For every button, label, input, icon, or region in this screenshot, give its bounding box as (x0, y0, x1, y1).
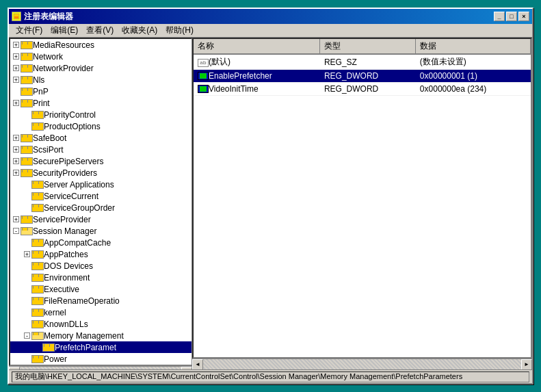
tree-item-productoptions[interactable]: ProductOptions (10, 120, 192, 132)
tree-item-network[interactable]: +Network (10, 51, 192, 62)
folder-icon-executive (31, 285, 42, 293)
tree-item-memorymgmt[interactable]: -Memory Management (10, 330, 192, 341)
tree-item-filerenameop[interactable]: FileRenameOperatio (10, 295, 192, 306)
menu-bar: 文件(F) 编辑(E) 查看(V) 收藏夹(A) 帮助(H) (9, 24, 532, 38)
expand-btn-apppatches[interactable]: + (24, 251, 30, 257)
tree-label-print: Print (33, 99, 50, 108)
expand-btn-securityproviders[interactable]: + (13, 170, 19, 176)
tree-item-sessionmanager[interactable]: -Session Manager (10, 225, 192, 237)
tree-item-dosdevices[interactable]: DOS Devices (10, 260, 192, 272)
table-row[interactable]: EnablePrefetcherREG_DWORD0x00000001 (1) (194, 70, 531, 83)
menu-edit[interactable]: 编辑(E) (47, 23, 82, 38)
tree-item-securepipeservers[interactable]: +SecurePipeServers (10, 155, 192, 167)
expand-btn-nls[interactable]: + (13, 77, 19, 83)
tree-label-securityproviders: SecurityProviders (33, 168, 97, 178)
right-scroll-track[interactable] (203, 359, 521, 370)
tree-item-servicegrouporder[interactable]: ServiceGroupOrder (10, 202, 192, 213)
cell-name-2: VideoInitTime (194, 83, 320, 96)
tree-label-serviceprovider: ServiceProvider (33, 215, 91, 224)
main-content: +MediaResources+Network+NetworkProvider+… (9, 38, 532, 369)
tree-item-scsiport[interactable]: +ScsiPort (10, 144, 192, 155)
expand-btn-memorymgmt[interactable]: - (24, 332, 30, 339)
tree-label-executive: Executive (44, 285, 79, 294)
reg-name-0: (默认) (209, 57, 230, 66)
expand-btn-network[interactable]: + (13, 53, 19, 60)
tree-panel[interactable]: +MediaResources+Network+NetworkProvider+… (9, 38, 192, 366)
cell-type-1: REG_DWORD (320, 70, 416, 83)
maximize-button[interactable]: □ (506, 12, 517, 21)
folder-icon-serviceprovider (21, 215, 31, 224)
tree-label-knowndlls: KnownDLLs (44, 319, 88, 329)
minimize-button[interactable]: _ (494, 12, 505, 21)
folder-icon-safeboot (21, 134, 31, 142)
expand-btn-media[interactable]: + (13, 42, 19, 48)
right-scroll-left[interactable]: ◄ (192, 359, 203, 370)
folder-icon-appcompatcache (31, 239, 42, 247)
table-row[interactable]: ab(默认)REG_SZ(数值未设置) (194, 54, 531, 70)
tree-label-pnp: PnP (33, 87, 49, 96)
col-type[interactable]: 类型 (320, 39, 416, 54)
cell-type-2: REG_DWORD (320, 83, 416, 96)
tree-item-securityproviders[interactable]: +SecurityProviders (10, 167, 192, 179)
tree-item-servicecurrent[interactable]: ServiceCurrent (10, 190, 192, 202)
col-name[interactable]: 名称 (194, 39, 320, 54)
table-row[interactable]: VideoInitTimeREG_DWORD0x000000ea (234) (194, 83, 531, 96)
registry-table-panel[interactable]: 名称 类型 数据 ab(默认)REG_SZ(数值未设置)EnablePrefet… (192, 38, 532, 358)
tree-item-media[interactable]: +MediaResources (10, 39, 192, 51)
expand-btn-serviceprovider[interactable]: + (13, 216, 19, 222)
tree-item-safeboot[interactable]: +SafeBoot (10, 132, 192, 144)
registry-editor-window: 注册表编辑器 _ □ × 文件(F) 编辑(E) 查看(V) 收藏夹(A) 帮助… (8, 8, 533, 384)
tree-label-safeboot: SafeBoot (33, 133, 66, 143)
folder-icon-prioritycontrol (31, 111, 42, 119)
tree-item-pnp[interactable]: PnP (10, 86, 192, 97)
table-header-row: 名称 类型 数据 (194, 39, 531, 54)
folder-icon-environment (31, 274, 42, 282)
status-text: 我的电脑\HKEY_LOCAL_MACHINE\SYSTEM\CurrentCo… (12, 371, 529, 382)
expand-btn-print[interactable]: + (13, 100, 19, 106)
expand-btn-securepipeservers[interactable]: + (13, 158, 19, 164)
tree-item-serviceprovider[interactable]: +ServiceProvider (10, 213, 192, 225)
folder-icon-prefetchparam (42, 343, 53, 352)
folder-icon-knowndlls (31, 320, 42, 328)
tree-item-power[interactable]: Power (10, 353, 192, 365)
folder-icon-apppatches (31, 250, 42, 259)
tree-label-sessionmanager: Session Manager (33, 226, 96, 236)
tree-item-apppatches[interactable]: +AppPatches (10, 248, 192, 260)
tree-label-nls: Nls (33, 75, 44, 85)
expand-btn-scsiport[interactable]: + (13, 146, 19, 153)
expand-btn-sessionmanager[interactable]: - (13, 228, 19, 234)
tree-item-executive[interactable]: Executive (10, 283, 192, 295)
menu-view[interactable]: 查看(V) (82, 23, 118, 38)
tree-item-networkprovider[interactable]: +NetworkProvider (10, 62, 192, 74)
menu-help[interactable]: 帮助(H) (161, 23, 198, 38)
tree-item-appcompatcache[interactable]: AppCompatCache (10, 237, 192, 248)
status-bar: 我的电脑\HKEY_LOCAL_MACHINE\SYSTEM\CurrentCo… (9, 369, 532, 383)
expand-btn-networkprovider[interactable]: + (13, 65, 19, 71)
cell-type-0: REG_SZ (320, 54, 416, 70)
reg-name-2: VideoInitTime (209, 84, 259, 94)
tree-label-servicegrouporder: ServiceGroupOrder (44, 203, 115, 213)
tree-item-nls[interactable]: +Nls (10, 74, 192, 86)
expand-btn-safeboot[interactable]: + (13, 135, 19, 141)
menu-file[interactable]: 文件(F) (12, 23, 47, 38)
tree-item-prefetchparam[interactable]: PrefetchParamet (10, 341, 192, 353)
menu-favorites[interactable]: 收藏夹(A) (118, 23, 161, 38)
tree-label-serverapps: Server Applications (44, 180, 114, 190)
tree-item-prioritycontrol[interactable]: PriorityControl (10, 109, 192, 120)
tree-label-kernel: kernel (44, 308, 66, 317)
tree-item-environment[interactable]: Environment (10, 272, 192, 283)
tree-label-power: Power (44, 354, 67, 364)
col-data[interactable]: 数据 (416, 39, 531, 54)
tree-item-knowndlls[interactable]: KnownDLLs (10, 318, 192, 330)
cell-data-2: 0x000000ea (234) (416, 83, 531, 96)
folder-icon-power (31, 355, 42, 363)
registry-table: 名称 类型 数据 ab(默认)REG_SZ(数值未设置)EnablePrefet… (194, 39, 531, 96)
tree-label-appcompatcache: AppCompatCache (44, 238, 111, 248)
close-button[interactable]: × (518, 12, 529, 21)
title-bar: 注册表编辑器 _ □ × (9, 9, 532, 24)
tree-item-kernel[interactable]: kernel (10, 306, 192, 318)
tree-item-print[interactable]: +Print (10, 97, 192, 109)
right-column: 名称 类型 数据 ab(默认)REG_SZ(数值未设置)EnablePrefet… (192, 38, 532, 369)
right-scroll-right[interactable]: ► (521, 359, 532, 370)
tree-item-serverapps[interactable]: Server Applications (10, 179, 192, 190)
